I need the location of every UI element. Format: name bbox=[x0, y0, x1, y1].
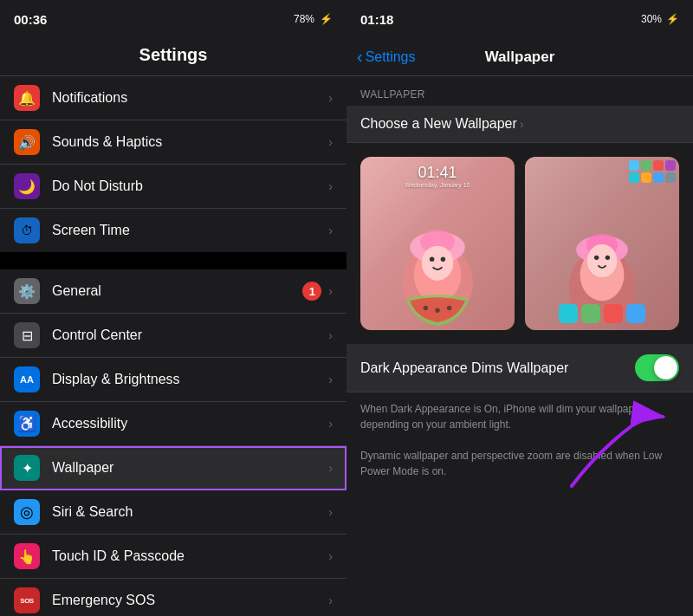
lockscreen-illustration bbox=[360, 157, 515, 330]
sidebar-item-wallpaper[interactable]: ✦ Wallpaper › bbox=[0, 446, 346, 490]
svg-point-15 bbox=[594, 256, 599, 260]
dark-appearance-row[interactable]: Dark Appearance Dims Wallpaper bbox=[346, 344, 693, 392]
touchid-icon: 👆 bbox=[14, 543, 40, 569]
displaybrightness-icon: AA bbox=[14, 366, 40, 392]
settings-group-1: 🔔 Notifications › 🔊 Sounds & Haptics › 🌙… bbox=[0, 76, 346, 252]
svg-point-8 bbox=[435, 308, 439, 313]
sounds-icon: 🔊 bbox=[14, 129, 40, 155]
settings-title: Settings bbox=[0, 38, 346, 75]
chevron-icon: › bbox=[328, 224, 333, 237]
status-bar-right: 01:18 30% ⚡ bbox=[346, 0, 693, 38]
svg-point-7 bbox=[424, 306, 428, 310]
sidebar-item-sounds[interactable]: 🔊 Sounds & Haptics › bbox=[0, 120, 346, 165]
svg-point-9 bbox=[447, 306, 451, 310]
wallpaper-icon: ✦ bbox=[14, 455, 40, 481]
svg-point-16 bbox=[606, 256, 610, 260]
settings-panel: 00:36 78% ⚡ Settings 🔔 Notifications › 🔊… bbox=[0, 0, 346, 616]
sidebar-item-emergencysos[interactable]: SOS Emergency SOS › bbox=[0, 579, 346, 616]
sidebar-item-screentime[interactable]: ⏱ Screen Time › bbox=[0, 209, 346, 252]
homescreen-thumb-inner bbox=[525, 157, 679, 330]
choose-wallpaper-label: Choose a New Wallpaper bbox=[360, 116, 520, 132]
back-button[interactable]: ‹ Settings bbox=[357, 47, 415, 67]
notifications-icon: 🔔 bbox=[14, 85, 40, 111]
settings-list: 🔔 Notifications › 🔊 Sounds & Haptics › 🌙… bbox=[0, 76, 346, 616]
time-left: 00:36 bbox=[14, 12, 47, 27]
sounds-label: Sounds & Haptics bbox=[52, 134, 328, 150]
chevron-icon: › bbox=[328, 505, 333, 519]
controlcenter-icon: ⊟ bbox=[14, 322, 40, 348]
dark-appearance-label: Dark Appearance Dims Wallpaper bbox=[360, 360, 635, 376]
back-label: Settings bbox=[366, 49, 416, 65]
nav-title: Wallpaper bbox=[485, 49, 555, 66]
sidebar-item-general[interactable]: ⚙️ General 1 › bbox=[0, 269, 346, 314]
status-icons-left: 78% ⚡ bbox=[294, 13, 333, 25]
homescreen-preview[interactable] bbox=[525, 157, 679, 330]
choose-wallpaper-row[interactable]: Choose a New Wallpaper › bbox=[346, 106, 693, 143]
charging-icon-right: ⚡ bbox=[666, 13, 679, 25]
description-2: Dynamic wallpaper and perspective zoom a… bbox=[360, 448, 679, 479]
sidebar-item-notifications[interactable]: 🔔 Notifications › bbox=[0, 76, 346, 120]
svg-point-4 bbox=[422, 246, 453, 281]
sidebar-item-accessibility[interactable]: ♿ Accessibility › bbox=[0, 402, 346, 446]
back-chevron-icon: ‹ bbox=[357, 47, 363, 67]
lockscreen-preview[interactable]: 01:41 Wednesday, January 10 bbox=[360, 157, 515, 330]
chevron-icon: › bbox=[328, 284, 333, 298]
lockscreen-thumb-inner: 01:41 Wednesday, January 10 bbox=[360, 157, 515, 330]
emergencysos-icon: SOS bbox=[14, 587, 40, 613]
sidebar-item-displaybrightness[interactable]: AA Display & Brightness › bbox=[0, 358, 346, 402]
donotdisturb-label: Do Not Disturb bbox=[52, 178, 328, 194]
choose-wallpaper-chevron: › bbox=[520, 117, 679, 131]
wallpaper-description: When Dark Appearance is On, iPhone will … bbox=[346, 392, 693, 488]
wallpaper-previews: 01:41 Wednesday, January 10 bbox=[346, 143, 693, 344]
wallpaper-panel: 01:18 30% ⚡ ‹ Settings Wallpaper WALLPAP… bbox=[346, 0, 693, 616]
chevron-icon: › bbox=[328, 417, 333, 431]
screentime-icon: ⏱ bbox=[14, 217, 40, 243]
battery-percent-left: 78% bbox=[294, 13, 314, 25]
status-bar-left: 00:36 78% ⚡ bbox=[0, 0, 346, 38]
svg-point-14 bbox=[587, 244, 618, 277]
displaybrightness-label: Display & Brightness bbox=[52, 372, 328, 387]
description-1: When Dark Appearance is On, iPhone will … bbox=[360, 401, 679, 432]
time-right: 01:18 bbox=[360, 12, 393, 27]
group-divider bbox=[0, 252, 346, 269]
touchid-label: Touch ID & Passcode bbox=[52, 548, 328, 564]
chevron-icon: › bbox=[328, 328, 333, 342]
accessibility-icon: ♿ bbox=[14, 411, 40, 437]
chevron-icon: › bbox=[328, 461, 333, 475]
nav-bar: ‹ Settings Wallpaper bbox=[346, 38, 693, 76]
donotdisturb-icon: 🌙 bbox=[14, 173, 40, 199]
settings-group-2: ⚙️ General 1 › ⊟ Control Center › AA Dis… bbox=[0, 269, 346, 616]
general-badge: 1 bbox=[302, 282, 321, 301]
sidebar-item-controlcenter[interactable]: ⊟ Control Center › bbox=[0, 314, 346, 358]
emergencysos-label: Emergency SOS bbox=[52, 593, 328, 608]
chevron-icon: › bbox=[328, 549, 333, 563]
svg-point-5 bbox=[430, 256, 434, 261]
sidebar-item-donotdisturb[interactable]: 🌙 Do Not Disturb › bbox=[0, 165, 346, 209]
sirisearch-label: Siri & Search bbox=[52, 504, 328, 520]
chevron-icon: › bbox=[328, 593, 333, 607]
svg-point-6 bbox=[441, 256, 445, 261]
screentime-label: Screen Time bbox=[52, 223, 328, 238]
controlcenter-label: Control Center bbox=[52, 327, 328, 343]
general-label: General bbox=[52, 283, 302, 299]
wallpaper-label: Wallpaper bbox=[52, 460, 328, 476]
wallpaper-section-label: WALLPAPER bbox=[346, 76, 693, 106]
status-icons-right: 30% ⚡ bbox=[641, 13, 679, 25]
accessibility-label: Accessibility bbox=[52, 416, 328, 431]
toggle-knob bbox=[654, 356, 677, 379]
sidebar-item-sirisearch[interactable]: ◎ Siri & Search › bbox=[0, 490, 346, 535]
battery-icon-left: ⚡ bbox=[320, 13, 333, 25]
general-icon: ⚙️ bbox=[14, 278, 40, 304]
notifications-label: Notifications bbox=[52, 90, 328, 106]
dark-appearance-toggle[interactable] bbox=[635, 354, 679, 381]
home-dock-icons bbox=[559, 304, 645, 323]
sidebar-item-touchid[interactable]: 👆 Touch ID & Passcode › bbox=[0, 535, 346, 579]
chevron-icon: › bbox=[328, 179, 333, 193]
sirisearch-icon: ◎ bbox=[14, 499, 40, 525]
chevron-icon: › bbox=[328, 373, 333, 386]
battery-percent-right: 30% bbox=[641, 13, 662, 25]
chevron-icon: › bbox=[328, 135, 333, 149]
chevron-icon: › bbox=[328, 91, 333, 105]
